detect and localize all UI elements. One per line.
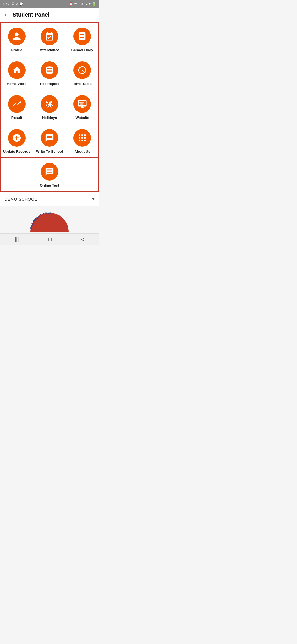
profile-label: Profile [11, 48, 22, 52]
signal-icon: ▲▼ [85, 2, 91, 6]
result-label: Result [11, 116, 22, 120]
grid-cell-website[interactable]: Website [66, 90, 98, 124]
person-icon [12, 32, 21, 41]
profile-icon-circle [8, 28, 26, 45]
grid-cell-write-to-school[interactable]: Write To School [33, 124, 66, 157]
book-icon [78, 32, 87, 41]
grid-cell-online-test[interactable]: Online Test [33, 158, 66, 191]
about-us-icon-circle [73, 129, 91, 147]
mail-icon: M [16, 2, 18, 6]
home-icon [12, 66, 21, 75]
status-left: 12:53 🖼 M 💬 • [3, 2, 25, 6]
update-records-label: Update Records [3, 149, 31, 154]
battery-icon: 🔋 [92, 2, 96, 6]
footer-area[interactable]: DEMO SCHOOL ▾ [0, 192, 99, 206]
status-right: ⏰ Vol LTE ▲▼ 🔋 [69, 2, 97, 6]
grid-cell-homework[interactable]: Home Work [1, 56, 33, 90]
school-diary-label: School Diary [72, 48, 93, 52]
grid-row-3: Result Holidays Website [1, 90, 98, 124]
school-name: DEMO SCHOOL [4, 197, 37, 201]
receipt-icon [45, 66, 54, 75]
about-us-label: About Us [74, 149, 90, 154]
grid-cell-result[interactable]: Result [1, 90, 33, 124]
update-records-icon-circle [8, 129, 26, 147]
website-icon-circle [73, 95, 91, 113]
online-test-icon-circle [41, 163, 58, 181]
time: 12:53 [3, 2, 10, 6]
beach-icon [45, 99, 54, 109]
online-test-label: Online Test [40, 183, 59, 187]
chat-icon [45, 167, 54, 176]
timetable-label: Time-Table [73, 82, 92, 86]
signal-text: Vol LTE [74, 2, 84, 6]
website-label: Website [76, 116, 89, 120]
result-icon-circle [8, 95, 26, 113]
message-icon [45, 133, 54, 143]
page-title: Student Panel [13, 12, 49, 18]
grid-cell-update-records[interactable]: Update Records [1, 124, 33, 157]
grid-cell-empty-2 [66, 158, 98, 191]
photo-icon: 🖼 [12, 2, 15, 6]
grid-cell-fee-report[interactable]: Fee Report [33, 56, 66, 90]
calendar-check-icon [45, 32, 54, 41]
grid-cell-about-us[interactable]: About Us [66, 124, 98, 157]
back-button[interactable]: ← [3, 11, 9, 18]
nav-bar: ||| □ < [0, 233, 99, 245]
school-logo: CHILDREN'S HIGH [28, 209, 72, 233]
chat-status-icon: 💬 [19, 2, 23, 6]
holidays-label: Holidays [42, 116, 57, 120]
attendance-icon-circle [41, 28, 58, 45]
fee-report-label: Fee Report [40, 82, 59, 86]
grid-row-1: Profile Attendance School Diary [1, 23, 98, 56]
dropdown-icon[interactable]: ▾ [92, 196, 95, 202]
plus-circle-icon [12, 133, 21, 143]
homework-label: Home Work [7, 82, 27, 86]
nav-back-button[interactable]: < [81, 236, 84, 243]
grid-icon [78, 133, 87, 143]
fee-report-icon-circle [41, 61, 58, 79]
holidays-icon-circle [41, 95, 58, 113]
nav-menu-button[interactable]: ||| [15, 236, 19, 243]
school-diary-icon-circle [73, 28, 91, 45]
monitor-icon [78, 99, 87, 109]
timetable-icon-circle [73, 61, 91, 79]
header: ← Student Panel [0, 8, 99, 22]
trending-up-icon [12, 99, 21, 109]
grid-row-2: Home Work Fee Report Time-Table [1, 56, 98, 90]
attendance-label: Attendance [40, 48, 59, 52]
grid-cell-holidays[interactable]: Holidays [33, 90, 66, 124]
grid-cell-profile[interactable]: Profile [1, 23, 33, 56]
grid-cell-empty-1 [1, 158, 33, 191]
logo-area: CHILDREN'S HIGH [0, 206, 99, 233]
grid-row-5: Online Test [1, 158, 98, 191]
dot-icon: • [24, 2, 25, 6]
nav-home-button[interactable]: □ [48, 236, 52, 243]
grid-cell-attendance[interactable]: Attendance [33, 23, 66, 56]
write-to-school-icon-circle [41, 129, 58, 147]
alarm-icon: ⏰ [69, 2, 73, 6]
grid-row-4: Update Records Write To School About Us [1, 124, 98, 158]
clock-icon [78, 66, 87, 75]
menu-grid: Profile Attendance School Diary Home Wor… [0, 22, 99, 192]
status-bar: 12:53 🖼 M 💬 • ⏰ Vol LTE ▲▼ 🔋 [0, 0, 99, 8]
write-to-school-label: Write To School [36, 149, 63, 154]
homework-icon-circle [8, 61, 26, 79]
grid-cell-timetable[interactable]: Time-Table [66, 56, 98, 90]
grid-cell-school-diary[interactable]: School Diary [66, 23, 98, 56]
